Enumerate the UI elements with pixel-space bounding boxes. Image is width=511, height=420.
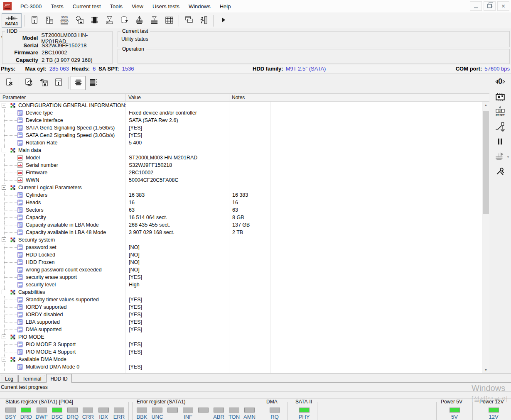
panel-sata: SATA-IIPHY — [291, 402, 317, 420]
toolbar-button-clear-id[interactable] — [2, 76, 17, 90]
numeric-param-icon: 011110 — [17, 132, 23, 139]
collapse-toggle[interactable]: − — [2, 237, 6, 242]
toolbar-button-test-filter[interactable] — [147, 14, 162, 28]
collapse-toggle[interactable]: − — [2, 357, 6, 361]
tree-group-row[interactable]: −Capabilities — [0, 288, 482, 296]
toolbar-button-view-full[interactable] — [86, 76, 101, 90]
tree-item-row[interactable]: 011110wrong password count exceeded[NO] — [0, 266, 482, 273]
toolbar-button-drive-resources[interactable] — [42, 14, 57, 28]
tree-item-row[interactable]: 011110security levelHigh — [0, 281, 482, 288]
collapse-toggle[interactable]: − — [2, 290, 6, 294]
tree-group-row[interactable]: −CONFIGURATION GENERAL INFORMATION: — [0, 102, 482, 109]
menu-help[interactable]: Help — [215, 1, 236, 12]
tree-group-row[interactable]: −Current Logical Parameters — [0, 184, 482, 191]
menu-view[interactable]: View — [127, 1, 148, 12]
column-header-parameter[interactable]: Parameter — [0, 94, 126, 101]
tree-item-row[interactable]: 011110SATA Gen1 Signaling Speed (1.5Gb/s… — [0, 124, 482, 132]
toolbar-button-recalibrate-zero[interactable]: 0 — [491, 75, 509, 90]
toolbar-button-run-test[interactable] — [216, 14, 231, 28]
tree-item-row[interactable]: 011110Standby timer values supported[YES… — [0, 296, 482, 303]
tree-item-row[interactable]: abSerial numberS32WJ9FF150218 — [0, 161, 482, 169]
tree-item-row[interactable]: 011110Device interfaceSATA (SATA Rev 2.6… — [0, 117, 482, 124]
toolbar-button-port-speed[interactable]: 960057600 — [57, 14, 72, 28]
tree-item-row[interactable]: 011110HDD Frozen[NO] — [0, 259, 482, 266]
toolbar-button-windows-cascade[interactable] — [181, 14, 196, 28]
toolbar-button-data-grid[interactable] — [162, 14, 177, 28]
toolbar-button-exit-utility[interactable] — [196, 14, 211, 28]
tree-item-row[interactable]: 011110PIO MODE 4 Support[YES] — [0, 348, 482, 356]
tree-item-row[interactable]: 011110Heads1616 — [0, 199, 482, 206]
scroll-up-button[interactable]: ▲ — [482, 102, 489, 109]
close-button[interactable] — [497, 1, 509, 11]
scrollbar-thumb[interactable] — [483, 111, 489, 214]
tree-item-row[interactable]: 011110SATA Gen2 Signaling Speed (3.0Gb/s… — [0, 132, 482, 139]
param-label: SATA Gen2 Signaling Speed (3.0Gb/s) — [26, 132, 115, 138]
collapse-toggle[interactable]: − — [2, 185, 6, 190]
tree-item-row[interactable]: 011110PIO MODE 3 Support[YES] — [0, 341, 482, 348]
tree-item-row[interactable]: 011110Device typeFixed device and/or con… — [0, 109, 482, 117]
tab-hdd-id[interactable]: HDD ID — [46, 374, 71, 383]
tree-group-row[interactable]: −Security system — [0, 236, 482, 244]
tree-item-row[interactable]: 011110Capacity available in LBA Mode268 … — [0, 221, 482, 229]
toolbar-button-utility-start[interactable] — [132, 14, 147, 28]
menu-tools[interactable]: Tools — [106, 1, 127, 12]
svg-text:110: 110 — [19, 270, 22, 272]
svg-text:011: 011 — [19, 193, 22, 195]
port-select-button[interactable]: SATA1 — [2, 13, 22, 28]
tree-item-row[interactable]: 011110password set[NO] — [0, 244, 482, 251]
toolbar-button-utility-settings[interactable] — [72, 14, 87, 28]
tree-item-row[interactable]: 011110Multiword DMA Mode 0[YES] — [0, 363, 482, 371]
tree-item-row[interactable]: 011110Capacity16 514 064 sect.8 GB — [0, 214, 482, 221]
collapse-toggle[interactable]: − — [2, 335, 6, 339]
restore-button[interactable] — [484, 1, 496, 11]
toolbar-button-database[interactable] — [117, 14, 132, 28]
tree-item-row[interactable]: abFirmware2BC10002 — [0, 169, 482, 176]
toolbar-button-chip-test[interactable] — [87, 14, 102, 28]
tree-group-row[interactable]: −PIO MODE — [0, 333, 482, 341]
toolbar-button-view-brief[interactable] — [71, 76, 86, 90]
soft-start-dropdown-arrow[interactable]: ▼ — [506, 155, 510, 159]
collapse-toggle[interactable]: − — [2, 103, 6, 107]
toolbar-button-reread-id[interactable] — [21, 76, 36, 90]
collapse-toggle[interactable]: − — [2, 148, 6, 152]
tree-group-row[interactable]: −Available DMA Mode — [0, 356, 482, 363]
column-header-notes[interactable]: Notes — [229, 94, 271, 101]
tree-line — [5, 217, 17, 218]
toolbar-button-tools[interactable] — [491, 164, 509, 179]
tree-item-row[interactable]: abWWN50004CF20C5FA08C — [0, 176, 482, 184]
tree-item-row[interactable]: 011110Sectors6363 — [0, 206, 482, 214]
tab-log[interactable]: Log — [1, 375, 17, 382]
toolbar-button-save-id[interactable] — [36, 76, 51, 90]
menu-current-test[interactable]: Current test — [68, 1, 106, 12]
scroll-down-button[interactable]: ▼ — [482, 366, 489, 374]
tree-item-row[interactable]: 011110IORDY disabled[YES] — [0, 311, 482, 318]
svg-text:110: 110 — [19, 345, 22, 347]
toolbar-button-passport[interactable]: 0101 — [51, 76, 66, 90]
toolbar-button-reset-hdd[interactable]: 1000RESET — [491, 105, 509, 120]
toolbar-button-utility-report[interactable] — [27, 14, 42, 28]
tab-terminal[interactable]: Terminal — [18, 375, 45, 382]
tree-item-row[interactable]: abModelST2000LM003 HN-M201RAD — [0, 154, 482, 161]
toolbar-button-pause[interactable] — [491, 134, 509, 149]
menu-users-tests[interactable]: Users tests — [148, 1, 184, 12]
menu-windows[interactable]: Windows — [184, 1, 215, 12]
vertical-scrollbar[interactable]: ▲ ▼ — [482, 102, 489, 374]
toolbar-button-soft-start[interactable]: ▼ — [491, 149, 509, 164]
tree-item-row[interactable]: 011110Capacity available in LBA 48 Mode3… — [0, 229, 482, 236]
tree-item-row[interactable]: 011110security erase support[YES] — [0, 273, 482, 281]
column-header-value[interactable]: Value — [126, 94, 229, 101]
menu-pc-3000[interactable]: PC-3000 — [16, 1, 46, 12]
tree-item-row[interactable]: 011110Rotation Rate5 400 — [0, 139, 482, 147]
tree-item-row[interactable]: 011110IORDY supported[YES] — [0, 303, 482, 311]
menu-tests[interactable]: Tests — [46, 1, 68, 12]
toolbar-button-test-select[interactable] — [102, 14, 117, 28]
tree-group-row[interactable]: −Main data — [0, 147, 482, 154]
svg-text:011: 011 — [19, 260, 22, 262]
tree-item-row[interactable]: 011110LBA supported[YES] — [0, 318, 482, 326]
minimize-button[interactable] — [470, 1, 482, 11]
toolbar-button-power-switch[interactable] — [491, 120, 509, 134]
toolbar-button-controller-board[interactable] — [491, 90, 509, 105]
tree-item-row[interactable]: 011110HDD Locked[NO] — [0, 251, 482, 259]
tree-item-row[interactable]: 011110DMA supported[YES] — [0, 326, 482, 333]
tree-item-row[interactable]: 011110Cylinders16 38316 383 — [0, 191, 482, 199]
